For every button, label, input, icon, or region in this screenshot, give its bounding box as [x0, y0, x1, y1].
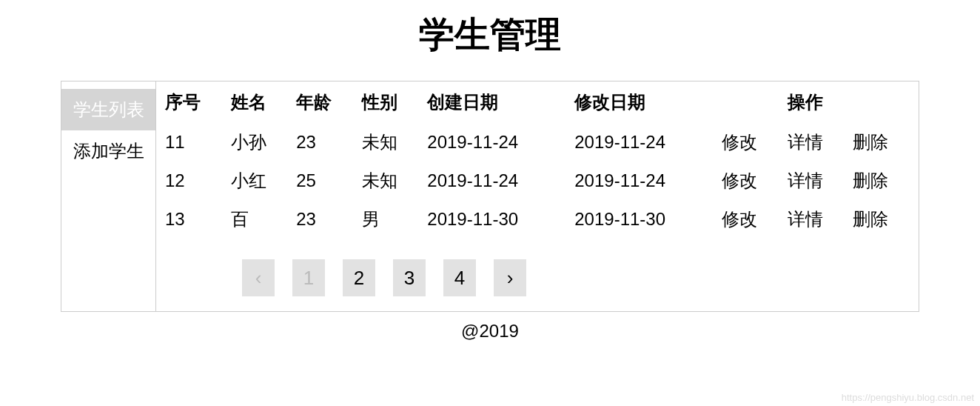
cell-name: 小孙 [226, 123, 292, 162]
student-table: 序号 姓名 年龄 性别 创建日期 修改日期 操作 11小孙23未知2019-11… [161, 81, 914, 239]
cell-id: 11 [161, 123, 226, 162]
cell-age: 25 [292, 162, 358, 200]
cell-modified: 2019-11-24 [570, 123, 717, 162]
page-3-button[interactable]: 3 [393, 259, 426, 296]
edit-link[interactable]: 修改 [722, 170, 757, 190]
page-prev-button[interactable]: ‹ [242, 259, 275, 296]
cell-gender: 未知 [358, 162, 423, 200]
cell-modified: 2019-11-30 [570, 200, 717, 239]
table-row: 11小孙23未知2019-11-242019-11-24修改详情删除 [161, 123, 914, 162]
header-gender: 性别 [358, 81, 423, 123]
table-header-row: 序号 姓名 年龄 性别 创建日期 修改日期 操作 [161, 81, 914, 123]
sidebar: 学生列表 添加学生 [61, 81, 156, 311]
main-container: 学生列表 添加学生 序号 姓名 年龄 性别 创建日期 修改日期 操作 11小孙2… [61, 81, 919, 312]
cell-modified: 2019-11-24 [570, 162, 717, 200]
pagination: ‹ 1 2 3 4 › [161, 259, 914, 296]
cell-age: 23 [292, 123, 358, 162]
delete-link[interactable]: 删除 [853, 209, 888, 229]
edit-link[interactable]: 修改 [722, 209, 757, 229]
cell-age: 23 [292, 200, 358, 239]
edit-link[interactable]: 修改 [722, 132, 757, 152]
cell-gender: 男 [358, 200, 423, 239]
cell-created: 2019-11-24 [423, 123, 570, 162]
watermark: https://pengshiyu.blog.csdn.net [842, 392, 974, 403]
header-created: 创建日期 [423, 81, 570, 123]
sidebar-item-student-list[interactable]: 学生列表 [61, 89, 155, 130]
detail-link[interactable]: 详情 [788, 170, 823, 190]
sidebar-item-add-student[interactable]: 添加学生 [61, 130, 155, 172]
cell-gender: 未知 [358, 123, 423, 162]
detail-link[interactable]: 详情 [788, 132, 823, 152]
cell-created: 2019-11-30 [423, 200, 570, 239]
header-action-delete [848, 81, 914, 123]
delete-link[interactable]: 删除 [853, 170, 888, 190]
page-4-button[interactable]: 4 [443, 259, 476, 296]
header-actions: 操作 [783, 81, 849, 123]
header-name: 姓名 [226, 81, 292, 123]
page-1-button[interactable]: 1 [292, 259, 325, 296]
header-id: 序号 [161, 81, 226, 123]
page-2-button[interactable]: 2 [343, 259, 375, 296]
main-content: 序号 姓名 年龄 性别 创建日期 修改日期 操作 11小孙23未知2019-11… [156, 81, 919, 311]
cell-name: 百 [226, 200, 292, 239]
header-action-edit [717, 81, 783, 123]
delete-link[interactable]: 删除 [853, 132, 888, 152]
cell-created: 2019-11-24 [423, 162, 570, 200]
cell-id: 13 [161, 200, 226, 239]
footer-text: @2019 [0, 312, 980, 350]
header-age: 年龄 [292, 81, 358, 123]
table-row: 12小红25未知2019-11-242019-11-24修改详情删除 [161, 162, 914, 200]
table-row: 13百23男2019-11-302019-11-30修改详情删除 [161, 200, 914, 239]
header-modified: 修改日期 [570, 81, 717, 123]
cell-id: 12 [161, 162, 226, 200]
cell-name: 小红 [226, 162, 292, 200]
page-title: 学生管理 [0, 0, 980, 81]
page-next-button[interactable]: › [494, 259, 526, 296]
detail-link[interactable]: 详情 [788, 209, 823, 229]
